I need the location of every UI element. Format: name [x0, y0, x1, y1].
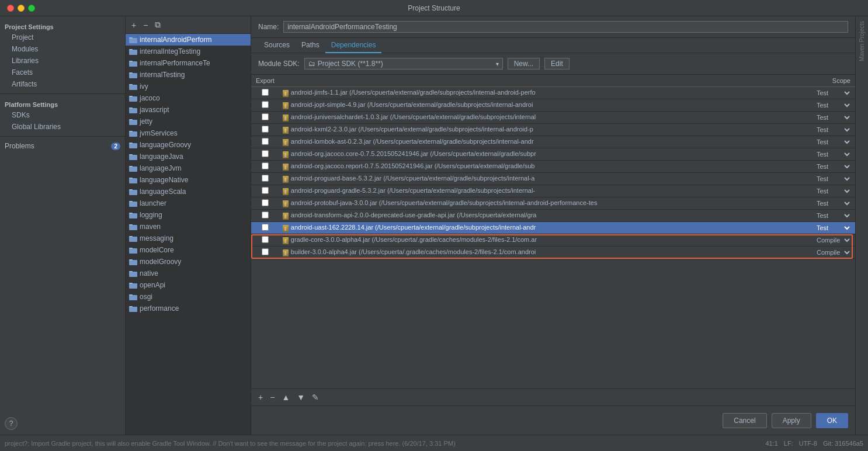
sdk-edit-button[interactable]: Edit — [544, 58, 570, 70]
scope-select[interactable]: Test Compile Test Provided Runtime — [814, 126, 852, 134]
export-cell — [251, 173, 279, 185]
sidebar-item-project[interactable]: Project — [0, 32, 125, 43]
module-item[interactable]: languageNative — [126, 174, 251, 186]
help-button[interactable]: ? — [5, 417, 18, 430]
sidebar-item-modules[interactable]: Modules — [0, 43, 125, 55]
export-checkbox[interactable] — [262, 101, 269, 108]
module-item[interactable]: internalTesting — [126, 69, 251, 81]
table-row[interactable]: ||android-proguard-base-5.3.2.jar (/User… — [251, 173, 855, 185]
export-checkbox[interactable] — [262, 150, 269, 157]
copy-module-button[interactable]: ⧉ — [152, 19, 163, 31]
window-controls[interactable] — [7, 5, 35, 12]
module-item[interactable]: internalPerformanceTe — [126, 57, 251, 69]
maximize-button[interactable] — [28, 5, 35, 12]
export-checkbox[interactable] — [262, 162, 269, 169]
scope-select[interactable]: Test Compile Test Provided Runtime — [814, 101, 852, 109]
table-row[interactable]: ||android-org.jacoco.core-0.7.5.20150524… — [251, 148, 855, 161]
export-checkbox[interactable] — [262, 199, 269, 206]
module-item[interactable]: languageJava — [126, 151, 251, 162]
module-item[interactable]: native — [126, 268, 251, 279]
dep-move-down-button[interactable]: ▼ — [294, 391, 307, 403]
module-item[interactable]: modelCore — [126, 244, 251, 256]
module-item[interactable]: modelGroovy — [126, 256, 251, 268]
export-checkbox[interactable] — [262, 248, 269, 255]
export-checkbox[interactable] — [262, 224, 269, 231]
sidebar-item-artifacts[interactable]: Artifacts — [0, 78, 125, 90]
module-item[interactable]: jetty — [126, 116, 251, 127]
scope-select[interactable]: Test Compile Test Provided Runtime — [814, 211, 852, 220]
dep-move-up-button[interactable]: ▲ — [279, 391, 292, 403]
scope-select[interactable]: Test Compile Test Provided Runtime — [814, 175, 852, 183]
export-checkbox[interactable] — [262, 138, 269, 145]
scope-select[interactable]: Test Compile Test Provided Runtime — [814, 187, 852, 195]
dep-remove-button[interactable]: − — [268, 391, 277, 403]
scope-select[interactable]: Test Compile Test Provided Runtime — [814, 113, 852, 122]
module-item[interactable]: internalAndroidPerform — [126, 34, 251, 46]
scope-select[interactable]: Test Compile Test Provided Runtime — [814, 138, 852, 146]
export-checkbox[interactable] — [262, 113, 269, 120]
sidebar-item-global-libraries[interactable]: Global Libraries — [0, 121, 125, 133]
tab-dependencies[interactable]: Dependencies — [325, 38, 382, 53]
remove-module-button[interactable]: − — [141, 19, 150, 31]
table-row[interactable]: ||android-protobuf-java-3.0.0.jar (/User… — [251, 197, 855, 210]
cancel-button[interactable]: Cancel — [723, 413, 766, 428]
name-input[interactable] — [283, 21, 848, 33]
export-checkbox[interactable] — [262, 211, 269, 218]
module-item[interactable]: launcher — [126, 197, 251, 209]
table-row[interactable]: ||builder-3.0.0-alpha4.jar (/Users/cpuer… — [251, 247, 855, 259]
module-item[interactable]: internalIntegTesting — [126, 46, 251, 57]
module-item[interactable]: javascript — [126, 104, 251, 116]
sidebar-item-facets[interactable]: Facets — [0, 67, 125, 78]
ok-button[interactable]: OK — [816, 413, 848, 428]
module-item[interactable]: jacoco — [126, 92, 251, 104]
table-row[interactable]: ||android-lombok-ast-0.2.3.jar (/Users/c… — [251, 136, 855, 148]
dep-edit-button[interactable]: ✎ — [310, 391, 321, 403]
add-module-button[interactable]: + — [129, 19, 138, 31]
module-item[interactable]: messaging — [126, 233, 251, 244]
scope-select[interactable]: Test Compile Test Provided Runtime — [814, 150, 852, 158]
export-checkbox[interactable] — [262, 89, 269, 96]
table-row[interactable]: ||android-transform-api-2.0.0-deprecated… — [251, 210, 855, 222]
export-checkbox[interactable] — [262, 126, 269, 133]
scope-select[interactable]: Compile Compile Test Provided Runtime — [814, 236, 852, 244]
tab-paths[interactable]: Paths — [296, 38, 325, 53]
close-button[interactable] — [7, 5, 14, 12]
export-checkbox[interactable] — [262, 187, 269, 194]
dep-add-button[interactable]: + — [256, 391, 265, 403]
folder-icon — [129, 188, 137, 195]
module-item[interactable]: languageJvm — [126, 162, 251, 174]
maven-projects-icon[interactable]: Maven Projects — [857, 19, 866, 64]
table-row[interactable]: ||android-jimfs-1.1.jar (/Users/cpuerta/… — [251, 87, 855, 99]
table-row[interactable]: ||android-kxml2-2.3.0.jar (/Users/cpuert… — [251, 124, 855, 136]
sdk-new-button[interactable]: New... — [508, 58, 540, 70]
module-item[interactable]: osgi — [126, 291, 251, 303]
module-item[interactable]: maven — [126, 221, 251, 233]
export-checkbox[interactable] — [262, 175, 269, 182]
sidebar-item-libraries[interactable]: Libraries — [0, 55, 125, 67]
table-row[interactable]: ||android-proguard-gradle-5.3.2.jar (/Us… — [251, 185, 855, 197]
scope-select[interactable]: Test Compile Test Provided Runtime — [814, 162, 852, 171]
scope-select[interactable]: Compile Compile Test Provided Runtime — [814, 248, 852, 256]
sdk-select[interactable]: 🗂 Project SDK (**1.8**) ▾ — [304, 58, 503, 70]
module-item[interactable]: openApi — [126, 279, 251, 291]
module-item[interactable]: jvmServices — [126, 127, 251, 139]
scope-select[interactable]: Test Compile Test Provided Runtime — [814, 224, 852, 232]
export-checkbox[interactable] — [262, 236, 269, 243]
scope-select[interactable]: Test Compile Test Provided Runtime — [814, 89, 852, 97]
scope-select[interactable]: Test Compile Test Provided Runtime — [814, 199, 852, 207]
tab-sources[interactable]: Sources — [258, 38, 296, 53]
apply-button[interactable]: Apply — [772, 413, 811, 428]
module-item[interactable]: languageGroovy — [126, 139, 251, 151]
module-item[interactable]: languageScala — [126, 186, 251, 197]
table-row[interactable]: ||android-uast-162.2228.14.jar (/Users/c… — [251, 222, 855, 234]
module-item[interactable]: logging — [126, 209, 251, 221]
table-row[interactable]: ||gradle-core-3.0.0-alpha4.jar (/Users/c… — [251, 234, 855, 247]
minimize-button[interactable] — [18, 5, 25, 12]
module-item[interactable]: performance — [126, 303, 251, 314]
sidebar-item-problems[interactable]: Problems 2 — [0, 140, 125, 152]
module-item[interactable]: ivy — [126, 81, 251, 92]
table-row[interactable]: ||android-jopt-simple-4.9.jar (/Users/cp… — [251, 99, 855, 112]
table-row[interactable]: ||android-org.jacoco.report-0.7.5.201505… — [251, 161, 855, 173]
sidebar-item-sdks[interactable]: SDKs — [0, 109, 125, 121]
table-row[interactable]: ||android-juniversalchardet-1.0.3.jar (/… — [251, 112, 855, 124]
